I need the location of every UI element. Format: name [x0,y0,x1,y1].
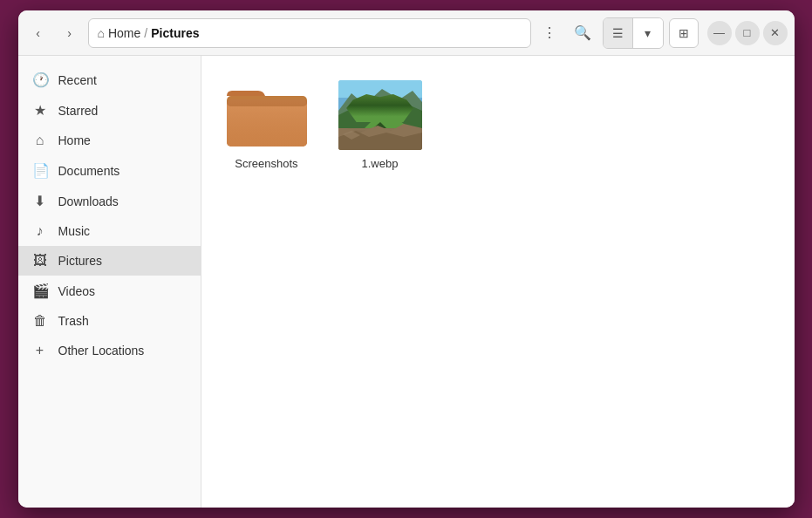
file-label-screenshots: Screenshots [235,157,297,170]
file-label-1webp: 1.webp [362,157,399,170]
sidebar: 🕐 Recent ★ Starred ⌂ Home 📄 Documents ⬇ … [18,56,201,508]
sidebar-label-documents: Documents [58,164,120,178]
folder-icon-screenshots [225,80,309,150]
sidebar-item-downloads[interactable]: ⬇ Downloads [18,186,201,216]
breadcrumb-current-folder: Pictures [151,26,199,40]
file-item-1webp[interactable]: 1.webp [332,73,428,177]
breadcrumb: ⌂ Home / Pictures [88,18,531,48]
sidebar-item-videos[interactable]: 🎬 Videos [18,276,201,306]
sidebar-label-starred: Starred [58,104,99,118]
search-button[interactable]: 🔍 [568,18,597,48]
svg-rect-2 [227,99,307,147]
file-manager-window: ‹ › ⌂ Home / Pictures ⋮ 🔍 ☰ ▾ ⊞ — □ ✕ 🕐 … [18,10,795,508]
starred-icon: ★ [32,102,48,119]
sidebar-item-other-locations[interactable]: + Other Locations [18,336,201,365]
trash-icon: 🗑 [32,313,48,329]
breadcrumb-home-label[interactable]: Home [108,26,140,40]
sidebar-item-documents[interactable]: 📄 Documents [18,155,201,186]
sidebar-item-home[interactable]: ⌂ Home [18,126,201,155]
close-button[interactable]: ✕ [763,21,788,45]
other-locations-icon: + [32,343,48,358]
downloads-icon: ⬇ [32,193,48,209]
file-area: Screenshots [201,56,795,508]
minimize-button[interactable]: — [707,21,732,45]
image-thumbnail-1webp [338,80,422,150]
window-controls: — □ ✕ [707,21,788,45]
home-icon: ⌂ [32,133,48,148]
titlebar: ‹ › ⌂ Home / Pictures ⋮ 🔍 ☰ ▾ ⊞ — □ ✕ [18,10,795,56]
sidebar-label-recent: Recent [58,73,97,87]
back-button[interactable]: ‹ [25,20,51,46]
breadcrumb-separator: / [144,26,147,40]
videos-icon: 🎬 [32,283,48,299]
view-toggle-group: ☰ ▾ [603,17,664,49]
list-view-arrow-button[interactable]: ▾ [633,18,663,48]
sidebar-label-other-locations: Other Locations [58,344,145,358]
music-icon: ♪ [32,223,48,239]
sidebar-label-pictures: Pictures [58,254,103,268]
sidebar-item-starred[interactable]: ★ Starred [18,95,201,126]
home-breadcrumb-icon: ⌂ [98,26,105,40]
maximize-button[interactable]: □ [735,21,760,45]
recent-icon: 🕐 [32,72,48,88]
documents-icon: 📄 [32,162,48,179]
list-view-button[interactable]: ☰ [604,18,633,48]
sidebar-label-videos: Videos [58,284,96,298]
svg-rect-3 [227,99,307,106]
sidebar-item-recent[interactable]: 🕐 Recent [18,65,201,95]
sidebar-item-trash[interactable]: 🗑 Trash [18,306,201,336]
forward-button[interactable]: › [57,20,83,46]
content-area: 🕐 Recent ★ Starred ⌂ Home 📄 Documents ⬇ … [18,56,795,508]
sidebar-label-trash: Trash [58,314,89,328]
sidebar-label-home: Home [58,133,91,147]
sidebar-item-pictures[interactable]: 🖼 Pictures [18,246,201,276]
sidebar-label-downloads: Downloads [58,194,119,208]
grid-view-button[interactable]: ⊞ [669,18,699,48]
file-item-screenshots[interactable]: Screenshots [219,73,315,177]
sidebar-item-music[interactable]: ♪ Music [18,216,201,246]
sidebar-label-music: Music [58,224,91,238]
context-menu-button[interactable]: ⋮ [536,20,563,46]
pictures-icon: 🖼 [32,253,48,269]
